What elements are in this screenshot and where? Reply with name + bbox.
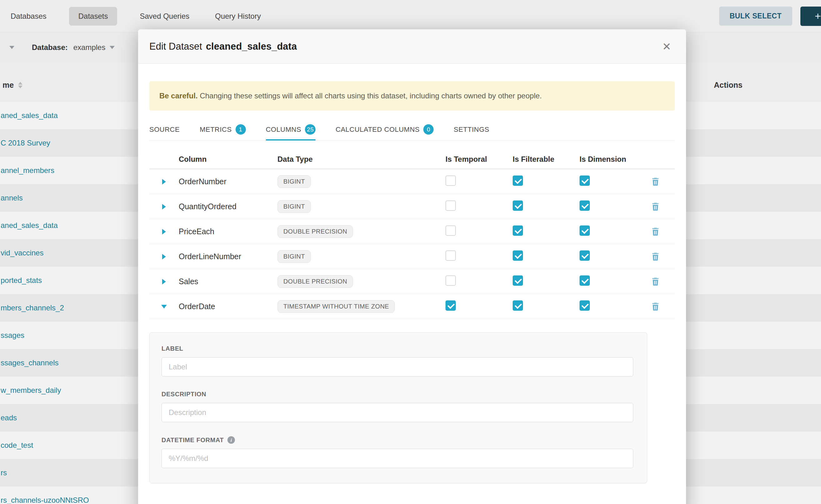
- is-dimension-checkbox[interactable]: [580, 300, 590, 311]
- is-temporal-checkbox[interactable]: [446, 250, 456, 261]
- expand-caret-icon[interactable]: [162, 179, 166, 185]
- warning-banner: Be careful. Changing these settings will…: [149, 81, 675, 111]
- trash-icon[interactable]: [651, 227, 660, 236]
- expand-caret-icon[interactable]: [162, 229, 166, 235]
- column-header: Column: [179, 155, 277, 164]
- close-icon[interactable]: ✕: [660, 40, 674, 53]
- tab-source[interactable]: SOURCE: [149, 119, 180, 140]
- trash-icon[interactable]: [651, 277, 660, 286]
- datetime-format-input[interactable]: [161, 449, 633, 468]
- table-row: OrderLineNumber BIGINT: [149, 244, 675, 269]
- tab-label: CALCULATED COLUMNS: [335, 126, 420, 134]
- is-dimension-header: Is Dimension: [580, 155, 636, 164]
- is-filterable-checkbox[interactable]: [513, 225, 523, 236]
- tab-label: SOURCE: [149, 126, 180, 134]
- is-temporal-checkbox[interactable]: [446, 300, 456, 311]
- description-field-label: DESCRIPTION: [161, 391, 633, 398]
- is-temporal-header: Is Temporal: [446, 155, 513, 164]
- metrics-count-badge: 1: [235, 124, 246, 135]
- is-dimension-checkbox[interactable]: [580, 200, 590, 211]
- is-filterable-header: Is Filterable: [513, 155, 580, 164]
- table-row: QuantityOrdered BIGINT: [149, 194, 675, 219]
- info-icon: i: [227, 436, 235, 444]
- is-temporal-checkbox[interactable]: [446, 275, 456, 286]
- modal-title: Edit Dataset cleaned_sales_data: [149, 41, 297, 52]
- expanded-column-editor: LABEL DESCRIPTION DATETIME FORMAT i: [149, 332, 647, 483]
- tab-label: SETTINGS: [454, 126, 489, 134]
- modal-tabs: SOURCE METRICS 1 COLUMNS 25 CALCULATED C…: [149, 119, 675, 141]
- column-name: QuantityOrdered: [179, 202, 277, 211]
- description-input[interactable]: [161, 403, 633, 422]
- datetime-format-field-label: DATETIME FORMAT i: [161, 436, 633, 444]
- tab-calculated-columns[interactable]: CALCULATED COLUMNS 0: [335, 119, 434, 140]
- trash-icon[interactable]: [651, 252, 660, 261]
- tab-columns[interactable]: COLUMNS 25: [266, 119, 316, 140]
- data-type-pill: BIGINT: [277, 250, 311, 263]
- tab-settings[interactable]: SETTINGS: [454, 119, 489, 140]
- trash-icon[interactable]: [651, 177, 660, 186]
- column-name: OrderLineNumber: [179, 252, 277, 261]
- datetime-format-label-text: DATETIME FORMAT: [161, 437, 224, 444]
- is-filterable-checkbox[interactable]: [513, 275, 523, 286]
- trash-icon[interactable]: [651, 302, 660, 311]
- column-name: Sales: [179, 277, 277, 286]
- modal-body: Be careful. Changing these settings will…: [138, 81, 686, 483]
- columns-count-badge: 25: [305, 124, 315, 135]
- tab-metrics[interactable]: METRICS 1: [200, 119, 246, 140]
- column-name: OrderDate: [179, 302, 277, 311]
- description-field-label-text: DESCRIPTION: [161, 391, 206, 398]
- is-dimension-checkbox[interactable]: [580, 250, 590, 261]
- warning-bold-text: Be careful.: [159, 91, 198, 100]
- modal-title-dataset-name: cleaned_sales_data: [206, 41, 297, 52]
- is-filterable-checkbox[interactable]: [513, 175, 523, 186]
- data-type-header: Data Type: [277, 155, 446, 164]
- table-row: OrderDate TIMESTAMP WITHOUT TIME ZONE: [149, 294, 675, 319]
- collapse-caret-icon[interactable]: [161, 305, 167, 309]
- table-row: OrderNumber BIGINT: [149, 169, 675, 194]
- expand-caret-icon[interactable]: [162, 279, 166, 284]
- data-type-pill: TIMESTAMP WITHOUT TIME ZONE: [277, 300, 395, 313]
- tab-label: COLUMNS: [266, 126, 301, 134]
- data-type-pill: DOUBLE PRECISION: [277, 275, 353, 288]
- label-field-label: LABEL: [161, 345, 633, 352]
- data-type-pill: BIGINT: [277, 175, 311, 188]
- modal-title-prefix: Edit Dataset: [149, 41, 202, 52]
- columns-table: Column Data Type Is Temporal Is Filterab…: [149, 150, 675, 319]
- edit-dataset-modal: Edit Dataset cleaned_sales_data ✕ Be car…: [138, 29, 686, 504]
- label-field-label-text: LABEL: [161, 345, 183, 352]
- table-row: Sales DOUBLE PRECISION: [149, 269, 675, 294]
- is-filterable-checkbox[interactable]: [513, 300, 523, 311]
- tab-label: METRICS: [200, 126, 232, 134]
- is-dimension-checkbox[interactable]: [580, 175, 590, 186]
- is-temporal-checkbox[interactable]: [446, 200, 456, 211]
- is-filterable-checkbox[interactable]: [513, 200, 523, 211]
- expand-caret-icon[interactable]: [162, 204, 166, 210]
- label-input[interactable]: [161, 357, 633, 377]
- modal-header: Edit Dataset cleaned_sales_data ✕: [138, 29, 686, 64]
- calculated-columns-count-badge: 0: [423, 124, 434, 135]
- is-temporal-checkbox[interactable]: [446, 175, 456, 186]
- column-name: OrderNumber: [179, 177, 277, 186]
- is-filterable-checkbox[interactable]: [513, 250, 523, 261]
- columns-table-header: Column Data Type Is Temporal Is Filterab…: [149, 150, 675, 169]
- is-dimension-checkbox[interactable]: [580, 225, 590, 236]
- column-name: PriceEach: [179, 227, 277, 236]
- table-row: PriceEach DOUBLE PRECISION: [149, 219, 675, 244]
- data-type-pill: DOUBLE PRECISION: [277, 225, 353, 238]
- warning-text: Changing these settings will affect all …: [198, 91, 542, 100]
- expand-caret-icon[interactable]: [162, 254, 166, 259]
- trash-icon[interactable]: [651, 202, 660, 211]
- data-type-pill: BIGINT: [277, 200, 311, 213]
- is-dimension-checkbox[interactable]: [580, 275, 590, 286]
- is-temporal-checkbox[interactable]: [446, 225, 456, 236]
